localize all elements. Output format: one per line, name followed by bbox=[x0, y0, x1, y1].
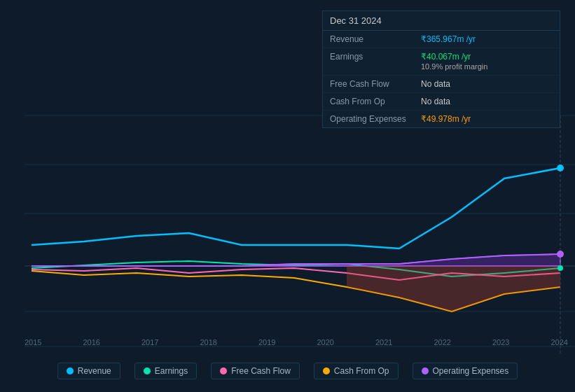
legend-label-cashop: Cash From Op bbox=[334, 366, 389, 376]
x-label-2016: 2016 bbox=[83, 338, 100, 346]
cashop-value: No data bbox=[421, 97, 553, 106]
revenue-label: Revenue bbox=[330, 34, 421, 44]
tooltip-header: Dec 31 2024 bbox=[323, 11, 560, 31]
x-label-2021: 2021 bbox=[375, 338, 392, 346]
x-label-2023: 2023 bbox=[492, 338, 509, 346]
legend-revenue[interactable]: Revenue bbox=[57, 363, 120, 379]
legend-dot-earnings bbox=[144, 368, 151, 374]
legend-label-fcf: Free Cash Flow bbox=[231, 366, 291, 376]
legend-label-opex: Operating Expenses bbox=[433, 366, 509, 376]
x-axis: 2015 2016 2017 2018 2019 2020 2021 2022 … bbox=[25, 338, 568, 346]
legend-label-revenue: Revenue bbox=[78, 366, 111, 376]
x-label-2024: 2024 bbox=[551, 338, 568, 346]
legend-earnings[interactable]: Earnings bbox=[134, 363, 197, 379]
earnings-label: Earnings bbox=[330, 52, 421, 62]
opex-value: ₹49.978m /yr bbox=[421, 114, 553, 124]
info-tooltip: Dec 31 2024 Revenue ₹365.967m /yr Earnin… bbox=[322, 10, 560, 128]
tooltip-row-cashop: Cash From Op No data bbox=[323, 93, 560, 111]
x-label-2017: 2017 bbox=[141, 338, 158, 346]
legend-dot-opex bbox=[422, 368, 429, 374]
chart-svg bbox=[0, 108, 575, 388]
legend-opex[interactable]: Operating Expenses bbox=[413, 363, 518, 379]
earnings-dot bbox=[557, 265, 563, 271]
legend-dot-revenue bbox=[67, 368, 74, 374]
legend-dot-cashop bbox=[323, 368, 330, 374]
legend-dot-fcf bbox=[220, 368, 227, 374]
cashop-label: Cash From Op bbox=[330, 97, 421, 106]
x-label-2015: 2015 bbox=[25, 338, 41, 346]
tooltip-row-fcf: Free Cash Flow No data bbox=[323, 76, 560, 93]
tooltip-row-opex: Operating Expenses ₹49.978m /yr bbox=[323, 111, 560, 127]
x-label-2019: 2019 bbox=[258, 338, 275, 346]
revenue-dot bbox=[557, 164, 564, 172]
fcf-label: Free Cash Flow bbox=[330, 79, 421, 89]
x-label-2018: 2018 bbox=[200, 338, 217, 346]
fcf-value: No data bbox=[421, 79, 553, 89]
tooltip-row-revenue: Revenue ₹365.967m /yr bbox=[323, 31, 560, 48]
legend-fcf[interactable]: Free Cash Flow bbox=[211, 363, 300, 379]
x-label-2020: 2020 bbox=[317, 338, 334, 346]
opex-label: Operating Expenses bbox=[330, 114, 421, 124]
legend-label-earnings: Earnings bbox=[155, 366, 188, 376]
revenue-value: ₹365.967m /yr bbox=[421, 34, 553, 44]
tooltip-row-earnings: Earnings ₹40.067m /yr 10.9% profit margi… bbox=[323, 48, 560, 76]
opex-dot bbox=[557, 251, 564, 258]
earnings-value: ₹40.067m /yr 10.9% profit margin bbox=[421, 52, 553, 71]
tooltip-date: Dec 31 2024 bbox=[330, 15, 382, 26]
legend-cashop[interactable]: Cash From Op bbox=[314, 363, 399, 379]
x-label-2022: 2022 bbox=[434, 338, 451, 346]
chart-legend: Revenue Earnings Free Cash Flow Cash Fro… bbox=[0, 363, 575, 379]
